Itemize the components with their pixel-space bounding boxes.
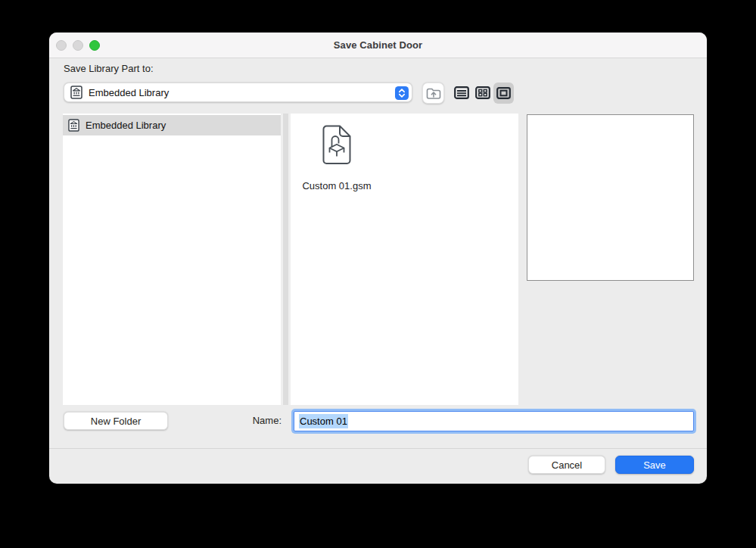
file-item-custom-01[interactable]: Custom 01.gsm xyxy=(299,123,375,191)
scrollbar-groove xyxy=(283,114,288,405)
window-title: Save Cabinet Door xyxy=(49,33,707,58)
footer-divider xyxy=(49,448,707,449)
preview-view-button[interactable] xyxy=(493,83,514,104)
grid-view-icon xyxy=(475,86,490,99)
preview-pane xyxy=(527,114,694,281)
list-view-button[interactable] xyxy=(453,85,470,100)
preview-view-icon xyxy=(496,87,511,99)
sidebar-item-embedded-library[interactable]: Embedded Library xyxy=(63,115,281,135)
titlebar: Save Cabinet Door xyxy=(49,33,707,58)
popup-chevrons-icon xyxy=(395,86,409,100)
new-folder-button[interactable]: New Folder xyxy=(64,412,168,430)
save-button[interactable]: Save xyxy=(615,456,694,474)
parent-folder-button[interactable] xyxy=(422,83,444,104)
file-name-label: Custom 01.gsm xyxy=(302,180,371,191)
embedded-library-icon xyxy=(70,86,82,99)
name-input[interactable]: Custom 01 xyxy=(294,411,694,431)
grid-view-button[interactable] xyxy=(474,85,491,100)
destination-label: Save Library Part to: xyxy=(64,63,154,74)
save-dialog-window: Save Cabinet Door Save Library Part to: … xyxy=(49,33,707,484)
folder-up-icon xyxy=(426,87,441,100)
name-label: Name: xyxy=(229,415,282,426)
folder-list-panel: Embedded Library xyxy=(63,114,281,405)
embedded-library-icon xyxy=(68,119,79,132)
list-view-icon xyxy=(454,86,469,99)
sidebar-item-label: Embedded Library xyxy=(86,120,166,131)
desktop-background: Save Cabinet Door Save Library Part to: … xyxy=(0,0,756,548)
destination-dropdown[interactable]: Embedded Library xyxy=(64,83,412,102)
file-list-panel: Custom 01.gsm xyxy=(291,114,518,405)
gsm-object-document-icon xyxy=(322,125,351,164)
cancel-button[interactable]: Cancel xyxy=(528,456,605,474)
destination-value: Embedded Library xyxy=(89,87,412,98)
name-input-selected-text: Custom 01 xyxy=(299,414,348,428)
folder-panel-scrollbar[interactable] xyxy=(281,114,291,405)
